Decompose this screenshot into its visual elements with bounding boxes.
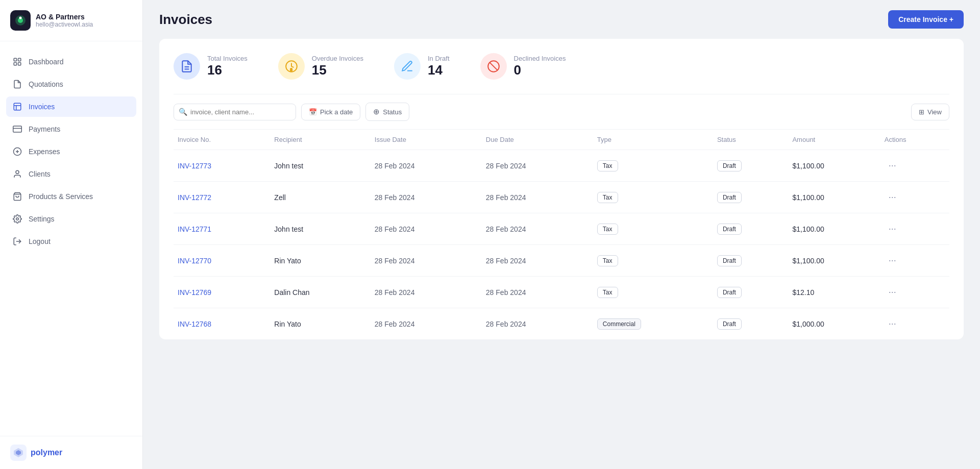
- stat-draft-info: In Draft 14: [428, 55, 450, 78]
- stat-overdue-invoices: $ Overdue Invoices 15: [278, 53, 363, 80]
- declined-icon-wrap: [480, 53, 507, 80]
- view-icon: ⊞: [919, 108, 924, 116]
- payments-label: Payments: [29, 125, 60, 133]
- sidebar-header: AO & Partners hello@activeowl.asia: [0, 0, 142, 41]
- sidebar-item-clients[interactable]: Clients: [6, 164, 136, 184]
- cell-due-date: 28 Feb 2024: [482, 150, 593, 182]
- calendar-icon: 📅: [309, 108, 317, 116]
- cell-actions[interactable]: ···: [880, 245, 949, 277]
- stat-draft-label: In Draft: [428, 55, 450, 62]
- svg-rect-10: [13, 126, 22, 132]
- row-actions-button[interactable]: ···: [885, 285, 900, 300]
- products-services-label: Products & Services: [29, 192, 93, 201]
- cell-type: Tax: [593, 213, 713, 245]
- expenses-label: Expenses: [29, 147, 60, 156]
- products-icon: [12, 191, 22, 202]
- svg-point-17: [16, 218, 19, 220]
- polymer-brand: polymer: [10, 445, 62, 461]
- sidebar-item-logout[interactable]: Logout: [6, 231, 136, 252]
- total-invoices-icon-wrap: [174, 53, 200, 80]
- sidebar-nav: Dashboard Quotations Invoices Payments E…: [0, 41, 142, 436]
- cell-actions[interactable]: ···: [880, 150, 949, 182]
- sidebar-item-settings[interactable]: Settings: [6, 209, 136, 229]
- row-actions-button[interactable]: ···: [885, 158, 900, 173]
- date-filter-label: Pick a date: [320, 108, 353, 116]
- company-logo: [10, 10, 31, 31]
- stat-overdue-value: 15: [312, 62, 363, 78]
- invoices-label: Invoices: [29, 103, 55, 111]
- cell-issue-date: 28 Feb 2024: [371, 213, 482, 245]
- table-row: INV-12770 Rin Yato 28 Feb 2024 28 Feb 20…: [174, 245, 949, 277]
- cell-type: Tax: [593, 182, 713, 213]
- sidebar-item-invoices[interactable]: Invoices: [6, 96, 136, 117]
- stat-declined-invoices: Declined Invoices 0: [480, 53, 566, 80]
- logout-label: Logout: [29, 237, 51, 245]
- cell-due-date: 28 Feb 2024: [482, 213, 593, 245]
- cell-amount: $1,100.00: [788, 213, 880, 245]
- status-filter-button[interactable]: ⊕ Status: [365, 103, 409, 121]
- view-button[interactable]: ⊞ View: [911, 104, 949, 120]
- row-actions-button[interactable]: ···: [885, 190, 900, 205]
- polymer-text: polymer: [31, 448, 62, 457]
- logout-icon: [12, 236, 22, 246]
- settings-label: Settings: [29, 215, 55, 223]
- company-name: AO & Partners: [36, 13, 93, 21]
- cell-issue-date: 28 Feb 2024: [371, 277, 482, 308]
- stats-row: Total Invoices 16 $ Overdue Invoices: [174, 53, 949, 94]
- search-icon: 🔍: [179, 108, 187, 116]
- cell-invoice-no: INV-12768: [174, 308, 270, 340]
- main-header: Invoices Create Invoice +: [143, 0, 980, 39]
- search-wrap: 🔍: [174, 104, 296, 120]
- expenses-icon: [12, 146, 22, 157]
- stat-total-label: Total Invoices: [207, 55, 248, 62]
- cell-actions[interactable]: ···: [880, 213, 949, 245]
- svg-line-26: [489, 62, 497, 70]
- col-actions: Actions: [880, 130, 949, 150]
- sidebar-footer: polymer: [0, 436, 142, 469]
- row-actions-button[interactable]: ···: [885, 316, 900, 331]
- date-filter-button[interactable]: 📅 Pick a date: [301, 104, 360, 120]
- toolbar: 🔍 📅 Pick a date ⊕ Status ⊞ View: [174, 94, 949, 130]
- cell-due-date: 28 Feb 2024: [482, 182, 593, 213]
- cell-status: Draft: [713, 150, 789, 182]
- cell-actions[interactable]: ···: [880, 308, 949, 340]
- quotations-label: Quotations: [29, 80, 63, 88]
- stat-overdue-info: Overdue Invoices 15: [312, 55, 363, 78]
- search-input[interactable]: [174, 104, 296, 120]
- sidebar-item-dashboard[interactable]: Dashboard: [6, 52, 136, 72]
- content-card: Total Invoices 16 $ Overdue Invoices: [159, 39, 964, 339]
- cell-due-date: 28 Feb 2024: [482, 308, 593, 340]
- cell-type: Tax: [593, 150, 713, 182]
- sidebar-item-expenses[interactable]: Expenses: [6, 141, 136, 162]
- cell-amount: $12.10: [788, 277, 880, 308]
- page-title: Invoices: [159, 12, 212, 28]
- cell-type: Commercial: [593, 308, 713, 340]
- row-actions-button[interactable]: ···: [885, 253, 900, 268]
- cell-amount: $1,000.00: [788, 308, 880, 340]
- cell-invoice-no: INV-12771: [174, 213, 270, 245]
- cell-actions[interactable]: ···: [880, 182, 949, 213]
- sidebar-item-quotations[interactable]: Quotations: [6, 74, 136, 94]
- view-label: View: [927, 108, 942, 116]
- cell-issue-date: 28 Feb 2024: [371, 308, 482, 340]
- row-actions-button[interactable]: ···: [885, 221, 900, 236]
- table-row: INV-12773 John test 28 Feb 2024 28 Feb 2…: [174, 150, 949, 182]
- table-row: INV-12772 Zell 28 Feb 2024 28 Feb 2024 T…: [174, 182, 949, 213]
- cell-invoice-no: INV-12770: [174, 245, 270, 277]
- col-due-date: Due Date: [482, 130, 593, 150]
- sidebar-item-payments[interactable]: Payments: [6, 119, 136, 139]
- cell-status: Draft: [713, 213, 789, 245]
- settings-icon: [12, 214, 22, 224]
- stat-declined-label: Declined Invoices: [514, 55, 566, 62]
- stat-declined-value: 0: [514, 62, 566, 78]
- cell-status: Draft: [713, 182, 789, 213]
- cell-amount: $1,100.00: [788, 245, 880, 277]
- sidebar-item-products-services[interactable]: Products & Services: [6, 186, 136, 207]
- quotations-icon: [12, 79, 22, 89]
- cell-actions[interactable]: ···: [880, 277, 949, 308]
- cell-issue-date: 28 Feb 2024: [371, 182, 482, 213]
- stat-total-invoices: Total Invoices 16: [174, 53, 248, 80]
- main-content: Total Invoices 16 $ Overdue Invoices: [143, 39, 980, 469]
- invoices-icon: [12, 102, 22, 112]
- create-invoice-button[interactable]: Create Invoice +: [888, 10, 964, 29]
